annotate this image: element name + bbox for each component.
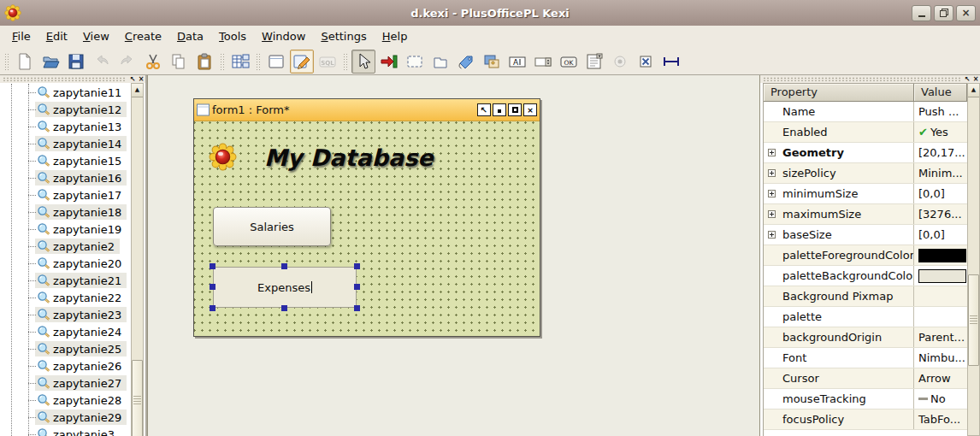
list-item-zapytanie2[interactable]: zapytanie2: [0, 238, 132, 255]
expand-icon[interactable]: [768, 190, 776, 197]
toolbar-button-new-document[interactable]: [13, 50, 37, 74]
property-row-Enabled[interactable]: Enabled✔Yes: [764, 122, 967, 143]
toolbar-button-radio-button[interactable]: [608, 50, 632, 74]
value-column-header[interactable]: Value: [914, 84, 967, 102]
toolbar-button-design-view[interactable]: [290, 50, 314, 74]
list-item-zapytanie15[interactable]: zapytanie15: [0, 152, 132, 169]
toolbar-button-check-box[interactable]: [634, 50, 658, 74]
property-value[interactable]: TabFo...: [914, 409, 967, 429]
form-canvas[interactable]: My Database Salaries Expenses: [194, 121, 540, 335]
tree-item-content[interactable]: zapytanie14: [35, 136, 127, 151]
toolbar-button-table-relations[interactable]: [228, 50, 252, 74]
menu-create[interactable]: Create: [117, 26, 169, 48]
tree-item-content[interactable]: zapytanie24: [35, 324, 127, 339]
tree-item-content[interactable]: zapytanie2: [35, 239, 120, 254]
list-item-zapytanie23[interactable]: zapytanie23: [0, 306, 132, 323]
expand-icon[interactable]: [768, 210, 776, 218]
toolbar-button-line-widget[interactable]: [659, 50, 683, 74]
expand-icon[interactable]: [768, 169, 776, 177]
property-row-minimumSize[interactable]: minimumSize[0,0]: [764, 184, 967, 204]
toolbar-button-push-button[interactable]: OK: [557, 50, 581, 74]
form-maximize-button[interactable]: [508, 103, 522, 116]
toolbar-button-frame-container[interactable]: [403, 50, 427, 74]
toolbar-button-save-file[interactable]: [64, 50, 88, 74]
tree-item-content[interactable]: zapytanie16: [35, 170, 127, 186]
selection-handle[interactable]: [354, 284, 360, 290]
tree-item-content[interactable]: zapytanie17: [35, 187, 127, 203]
property-value[interactable]: ✔Yes: [914, 122, 967, 142]
tree-item-content[interactable]: zapytanie11: [35, 85, 127, 100]
tree-item-content[interactable]: zapytanie28: [35, 392, 127, 408]
menu-view[interactable]: View: [75, 26, 117, 48]
property-value[interactable]: Arrow: [914, 368, 967, 388]
toolbar-button-tab-container[interactable]: [428, 50, 452, 74]
property-row-Name[interactable]: NamePush ...: [764, 102, 967, 122]
tree-item-content[interactable]: zapytanie19: [35, 221, 127, 237]
property-row-Cursor[interactable]: CursorArrow: [764, 368, 967, 389]
selection-handle[interactable]: [354, 263, 360, 269]
form-designer-window[interactable]: form1 : Form* ↖ × My Database Salaries E…: [193, 98, 540, 337]
property-value[interactable]: Nimbu...: [914, 348, 967, 368]
property-row-Background Pixmap[interactable]: Background Pixmap: [764, 286, 967, 307]
property-value[interactable]: [914, 266, 967, 286]
dock-undock-button[interactable]: ↖: [128, 75, 137, 83]
list-item-zapytanie18[interactable]: zapytanie18: [0, 203, 132, 221]
property-row-sizePolicy[interactable]: sizePolicyMinim...: [764, 163, 967, 184]
tree-item-content[interactable]: zapytanie13: [35, 119, 127, 134]
menu-tools[interactable]: Tools: [211, 26, 254, 48]
tree-item-content[interactable]: zapytanie25: [35, 341, 127, 356]
list-item-zapytanie28[interactable]: zapytanie28: [0, 392, 132, 409]
tree-item-content[interactable]: zapytanie3: [35, 427, 120, 436]
list-item-zapytanie16[interactable]: zapytanie16: [0, 169, 132, 186]
close-button[interactable]: ×: [956, 5, 976, 21]
property-column-header[interactable]: Property: [764, 84, 914, 102]
toolbar-handle[interactable]: [256, 53, 261, 70]
menu-file[interactable]: File: [4, 26, 38, 48]
property-row-baseSize[interactable]: baseSize[0,0]: [764, 225, 967, 245]
selection-handle[interactable]: [354, 305, 360, 311]
menu-settings[interactable]: Settings: [313, 26, 374, 48]
list-item-zapytanie3[interactable]: zapytanie3: [0, 426, 132, 436]
form-undock-button[interactable]: ↖: [477, 103, 491, 116]
list-item-zapytanie26[interactable]: zapytanie26: [0, 357, 132, 374]
property-row-focusPolicy[interactable]: focusPolicyTabFo...: [764, 409, 967, 430]
navigator-scrollbar[interactable]: ▲: [131, 83, 144, 436]
toolbar-button-pointer[interactable]: [351, 50, 375, 74]
menu-help[interactable]: Help: [375, 26, 416, 48]
expenses-button-widget[interactable]: Expenses: [213, 267, 357, 308]
toolbar-button-assign-action[interactable]: [377, 50, 401, 74]
form-window-titlebar[interactable]: form1 : Form* ↖ ×: [194, 99, 540, 121]
form-close-button[interactable]: ×: [523, 103, 537, 116]
property-value[interactable]: Minim...: [914, 163, 967, 183]
toolbar-button-label-widget[interactable]: [454, 50, 478, 74]
expand-icon[interactable]: [768, 149, 776, 156]
property-row-mouseTracking[interactable]: mouseTrackingNo: [764, 389, 967, 409]
list-item-zapytanie19[interactable]: zapytanie19: [0, 221, 132, 238]
property-row-paletteBackgroundColor[interactable]: paletteBackgroundColor: [764, 266, 967, 286]
property-row-maximumSize[interactable]: maximumSize[3276...: [764, 204, 967, 225]
property-value[interactable]: [3276...: [914, 204, 967, 224]
tree-item-content[interactable]: zapytanie12: [35, 102, 127, 117]
dock-undock-button[interactable]: ↖: [963, 75, 971, 83]
toolbar-handle[interactable]: [4, 53, 9, 70]
titlebar[interactable]: d.kexi - PlusOfficePL Kexi ×: [0, 0, 980, 26]
form-minimize-button[interactable]: [493, 103, 506, 116]
selection-handle[interactable]: [210, 263, 215, 269]
property-value[interactable]: [0,0]: [914, 225, 967, 245]
list-item-zapytanie14[interactable]: zapytanie14: [0, 135, 132, 152]
tree-item-content[interactable]: zapytanie20: [35, 256, 127, 271]
tree-item-content[interactable]: zapytanie21: [35, 273, 127, 288]
toolbar-button-text-editor[interactable]: [582, 50, 606, 74]
toolbar-button-line-edit[interactable]: A: [505, 50, 529, 74]
property-value[interactable]: [914, 245, 967, 265]
tree-item-content[interactable]: zapytanie15: [35, 153, 127, 168]
property-dock-handle[interactable]: ↖ ×: [760, 75, 980, 83]
menu-window[interactable]: Window: [254, 26, 313, 48]
list-item-zapytanie17[interactable]: zapytanie17: [0, 186, 132, 203]
tree-item-content[interactable]: zapytanie27: [35, 375, 127, 391]
list-item-zapytanie11[interactable]: zapytanie11: [0, 84, 132, 101]
toolbar-handle[interactable]: [343, 53, 348, 70]
dock-close-button[interactable]: ×: [971, 75, 980, 83]
list-item-zapytanie20[interactable]: zapytanie20: [0, 255, 132, 272]
list-item-zapytanie27[interactable]: zapytanie27: [0, 374, 132, 392]
